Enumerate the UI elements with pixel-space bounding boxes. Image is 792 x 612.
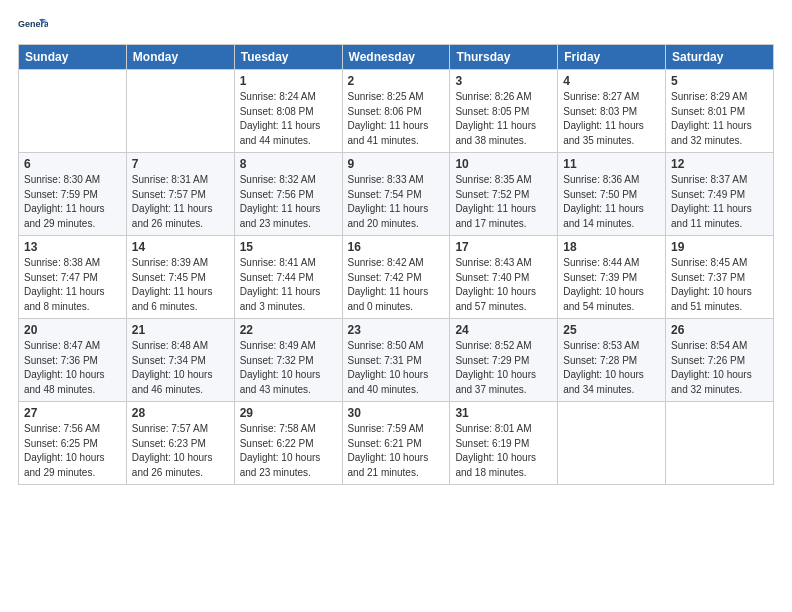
- day-number: 17: [455, 240, 552, 254]
- day-info: Sunrise: 7:57 AM Sunset: 6:23 PM Dayligh…: [132, 422, 229, 480]
- calendar-cell: 4Sunrise: 8:27 AM Sunset: 8:03 PM Daylig…: [558, 70, 666, 153]
- day-info: Sunrise: 8:52 AM Sunset: 7:29 PM Dayligh…: [455, 339, 552, 397]
- weekday-header-thursday: Thursday: [450, 45, 558, 70]
- calendar-week-2: 6Sunrise: 8:30 AM Sunset: 7:59 PM Daylig…: [19, 153, 774, 236]
- calendar-cell: 2Sunrise: 8:25 AM Sunset: 8:06 PM Daylig…: [342, 70, 450, 153]
- calendar-cell: 3Sunrise: 8:26 AM Sunset: 8:05 PM Daylig…: [450, 70, 558, 153]
- day-info: Sunrise: 7:56 AM Sunset: 6:25 PM Dayligh…: [24, 422, 121, 480]
- day-info: Sunrise: 8:35 AM Sunset: 7:52 PM Dayligh…: [455, 173, 552, 231]
- calendar-cell: 15Sunrise: 8:41 AM Sunset: 7:44 PM Dayli…: [234, 236, 342, 319]
- day-number: 1: [240, 74, 337, 88]
- day-number: 5: [671, 74, 768, 88]
- calendar-cell: 23Sunrise: 8:50 AM Sunset: 7:31 PM Dayli…: [342, 319, 450, 402]
- day-number: 11: [563, 157, 660, 171]
- day-number: 7: [132, 157, 229, 171]
- header: General: [18, 16, 774, 34]
- calendar-cell: 17Sunrise: 8:43 AM Sunset: 7:40 PM Dayli…: [450, 236, 558, 319]
- day-number: 16: [348, 240, 445, 254]
- day-info: Sunrise: 8:33 AM Sunset: 7:54 PM Dayligh…: [348, 173, 445, 231]
- day-number: 25: [563, 323, 660, 337]
- calendar-cell: 9Sunrise: 8:33 AM Sunset: 7:54 PM Daylig…: [342, 153, 450, 236]
- calendar-cell: 11Sunrise: 8:36 AM Sunset: 7:50 PM Dayli…: [558, 153, 666, 236]
- day-number: 23: [348, 323, 445, 337]
- weekday-header-friday: Friday: [558, 45, 666, 70]
- day-number: 30: [348, 406, 445, 420]
- calendar-cell: 18Sunrise: 8:44 AM Sunset: 7:39 PM Dayli…: [558, 236, 666, 319]
- day-info: Sunrise: 8:41 AM Sunset: 7:44 PM Dayligh…: [240, 256, 337, 314]
- calendar-cell: 6Sunrise: 8:30 AM Sunset: 7:59 PM Daylig…: [19, 153, 127, 236]
- calendar-page: General SundayMondayTuesdayWednesdayThur…: [0, 0, 792, 612]
- day-number: 31: [455, 406, 552, 420]
- day-info: Sunrise: 7:59 AM Sunset: 6:21 PM Dayligh…: [348, 422, 445, 480]
- day-info: Sunrise: 8:32 AM Sunset: 7:56 PM Dayligh…: [240, 173, 337, 231]
- day-number: 21: [132, 323, 229, 337]
- calendar-cell: 7Sunrise: 8:31 AM Sunset: 7:57 PM Daylig…: [126, 153, 234, 236]
- calendar-cell: 14Sunrise: 8:39 AM Sunset: 7:45 PM Dayli…: [126, 236, 234, 319]
- weekday-header-monday: Monday: [126, 45, 234, 70]
- day-number: 4: [563, 74, 660, 88]
- day-number: 14: [132, 240, 229, 254]
- day-info: Sunrise: 8:39 AM Sunset: 7:45 PM Dayligh…: [132, 256, 229, 314]
- day-info: Sunrise: 8:54 AM Sunset: 7:26 PM Dayligh…: [671, 339, 768, 397]
- day-number: 26: [671, 323, 768, 337]
- calendar-cell: 12Sunrise: 8:37 AM Sunset: 7:49 PM Dayli…: [666, 153, 774, 236]
- day-number: 2: [348, 74, 445, 88]
- calendar-cell: 21Sunrise: 8:48 AM Sunset: 7:34 PM Dayli…: [126, 319, 234, 402]
- day-info: Sunrise: 8:47 AM Sunset: 7:36 PM Dayligh…: [24, 339, 121, 397]
- calendar-cell: 28Sunrise: 7:57 AM Sunset: 6:23 PM Dayli…: [126, 402, 234, 485]
- day-number: 20: [24, 323, 121, 337]
- day-number: 24: [455, 323, 552, 337]
- weekday-header-sunday: Sunday: [19, 45, 127, 70]
- day-number: 9: [348, 157, 445, 171]
- logo: General: [18, 16, 48, 34]
- calendar-cell: 25Sunrise: 8:53 AM Sunset: 7:28 PM Dayli…: [558, 319, 666, 402]
- calendar-cell: 1Sunrise: 8:24 AM Sunset: 8:08 PM Daylig…: [234, 70, 342, 153]
- weekday-header-saturday: Saturday: [666, 45, 774, 70]
- calendar-cell: 5Sunrise: 8:29 AM Sunset: 8:01 PM Daylig…: [666, 70, 774, 153]
- day-info: Sunrise: 8:24 AM Sunset: 8:08 PM Dayligh…: [240, 90, 337, 148]
- weekday-header-tuesday: Tuesday: [234, 45, 342, 70]
- day-number: 10: [455, 157, 552, 171]
- day-info: Sunrise: 8:37 AM Sunset: 7:49 PM Dayligh…: [671, 173, 768, 231]
- calendar-cell: [666, 402, 774, 485]
- calendar-cell: 13Sunrise: 8:38 AM Sunset: 7:47 PM Dayli…: [19, 236, 127, 319]
- calendar-cell: 8Sunrise: 8:32 AM Sunset: 7:56 PM Daylig…: [234, 153, 342, 236]
- day-info: Sunrise: 8:30 AM Sunset: 7:59 PM Dayligh…: [24, 173, 121, 231]
- calendar-week-5: 27Sunrise: 7:56 AM Sunset: 6:25 PM Dayli…: [19, 402, 774, 485]
- day-info: Sunrise: 8:29 AM Sunset: 8:01 PM Dayligh…: [671, 90, 768, 148]
- calendar-cell: 30Sunrise: 7:59 AM Sunset: 6:21 PM Dayli…: [342, 402, 450, 485]
- calendar-week-3: 13Sunrise: 8:38 AM Sunset: 7:47 PM Dayli…: [19, 236, 774, 319]
- day-info: Sunrise: 8:26 AM Sunset: 8:05 PM Dayligh…: [455, 90, 552, 148]
- calendar-cell: 29Sunrise: 7:58 AM Sunset: 6:22 PM Dayli…: [234, 402, 342, 485]
- day-info: Sunrise: 7:58 AM Sunset: 6:22 PM Dayligh…: [240, 422, 337, 480]
- calendar-week-4: 20Sunrise: 8:47 AM Sunset: 7:36 PM Dayli…: [19, 319, 774, 402]
- calendar-cell: 26Sunrise: 8:54 AM Sunset: 7:26 PM Dayli…: [666, 319, 774, 402]
- day-info: Sunrise: 8:43 AM Sunset: 7:40 PM Dayligh…: [455, 256, 552, 314]
- calendar-cell: 10Sunrise: 8:35 AM Sunset: 7:52 PM Dayli…: [450, 153, 558, 236]
- calendar-cell: 20Sunrise: 8:47 AM Sunset: 7:36 PM Dayli…: [19, 319, 127, 402]
- day-number: 29: [240, 406, 337, 420]
- calendar-cell: [126, 70, 234, 153]
- day-info: Sunrise: 8:49 AM Sunset: 7:32 PM Dayligh…: [240, 339, 337, 397]
- day-info: Sunrise: 8:38 AM Sunset: 7:47 PM Dayligh…: [24, 256, 121, 314]
- day-number: 13: [24, 240, 121, 254]
- calendar-table: SundayMondayTuesdayWednesdayThursdayFrid…: [18, 44, 774, 485]
- day-number: 15: [240, 240, 337, 254]
- day-info: Sunrise: 8:31 AM Sunset: 7:57 PM Dayligh…: [132, 173, 229, 231]
- day-info: Sunrise: 8:53 AM Sunset: 7:28 PM Dayligh…: [563, 339, 660, 397]
- day-info: Sunrise: 8:01 AM Sunset: 6:19 PM Dayligh…: [455, 422, 552, 480]
- day-number: 18: [563, 240, 660, 254]
- calendar-cell: 31Sunrise: 8:01 AM Sunset: 6:19 PM Dayli…: [450, 402, 558, 485]
- day-number: 28: [132, 406, 229, 420]
- logo-icon: General: [18, 16, 48, 34]
- weekday-header-wednesday: Wednesday: [342, 45, 450, 70]
- calendar-cell: 27Sunrise: 7:56 AM Sunset: 6:25 PM Dayli…: [19, 402, 127, 485]
- day-number: 12: [671, 157, 768, 171]
- day-info: Sunrise: 8:36 AM Sunset: 7:50 PM Dayligh…: [563, 173, 660, 231]
- day-info: Sunrise: 8:25 AM Sunset: 8:06 PM Dayligh…: [348, 90, 445, 148]
- day-info: Sunrise: 8:42 AM Sunset: 7:42 PM Dayligh…: [348, 256, 445, 314]
- calendar-cell: [558, 402, 666, 485]
- day-number: 19: [671, 240, 768, 254]
- day-info: Sunrise: 8:50 AM Sunset: 7:31 PM Dayligh…: [348, 339, 445, 397]
- day-number: 6: [24, 157, 121, 171]
